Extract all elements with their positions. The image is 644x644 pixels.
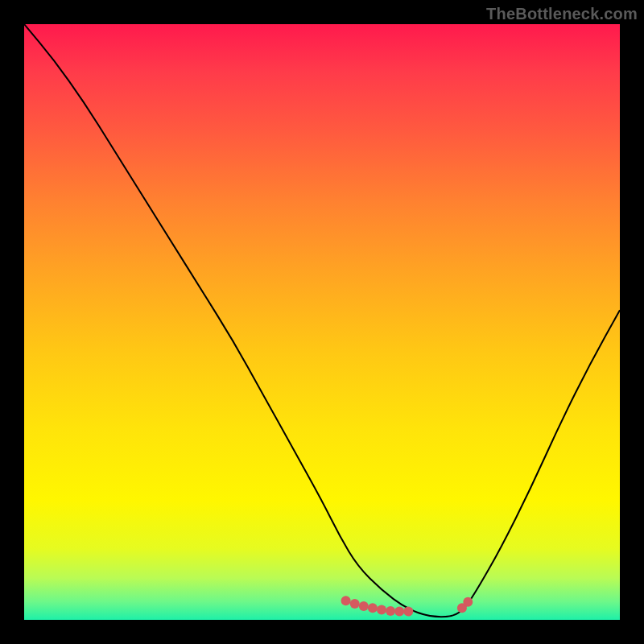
data-marker	[463, 597, 473, 607]
data-marker	[368, 603, 378, 613]
data-marker	[403, 607, 413, 617]
plot-area	[24, 24, 620, 620]
data-marker	[386, 606, 395, 616]
data-marker	[394, 607, 404, 617]
chart-frame: TheBottleneck.com	[0, 0, 644, 644]
watermark-text: TheBottleneck.com	[486, 5, 638, 23]
data-marker	[350, 599, 360, 609]
data-marker	[341, 596, 351, 605]
chart-svg	[24, 24, 620, 620]
curve-line	[24, 24, 620, 617]
data-marker	[377, 605, 386, 614]
data-marker	[359, 601, 369, 611]
